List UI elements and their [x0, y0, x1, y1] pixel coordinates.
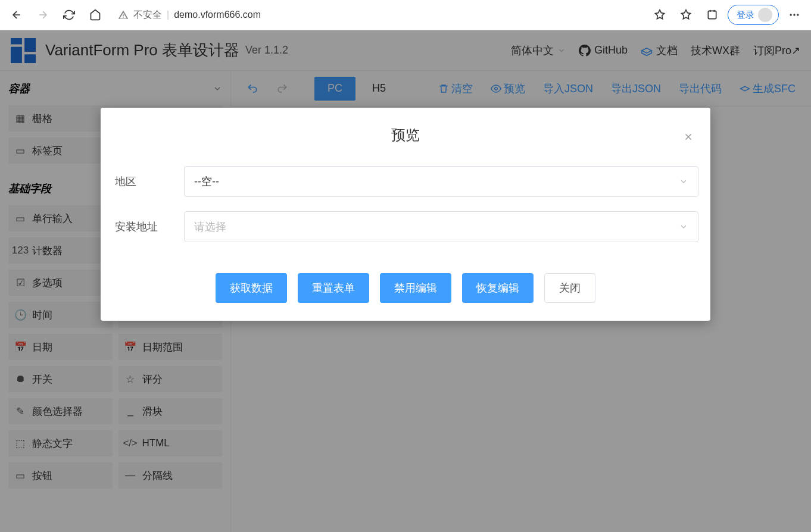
address-select[interactable]: 请选择	[184, 211, 698, 242]
collections-icon[interactable]	[701, 4, 723, 26]
region-select[interactable]: --空--	[184, 166, 698, 197]
app: VariantForm Pro 表单设计器 Ver 1.1.2 简体中文 Git…	[0, 30, 811, 532]
form-row-region: 地区 --空--	[101, 159, 710, 204]
avatar-icon	[758, 8, 772, 22]
modal-overlay: 预览 地区 --空-- 安装地址 请选择 获取数据 重置表	[0, 30, 811, 532]
url-text: demo.vform666.com	[174, 10, 261, 20]
form-row-address: 安装地址 请选择	[101, 204, 710, 249]
browser-toolbar: 不安全 | demo.vform666.com 登录	[0, 0, 811, 30]
close-icon	[683, 132, 694, 142]
restore-edit-button[interactable]: 恢复编辑	[462, 273, 534, 303]
preview-dialog: 预览 地区 --空-- 安装地址 请选择 获取数据 重置表	[101, 108, 710, 321]
favorites-icon[interactable]	[675, 4, 697, 26]
back-icon[interactable]	[6, 4, 27, 26]
svg-rect-0	[708, 11, 716, 18]
address-bar[interactable]: 不安全 | demo.vform666.com	[111, 5, 644, 25]
warning-icon	[118, 10, 129, 20]
dialog-actions: 获取数据 重置表单 禁用编辑 恢复编辑 关闭	[101, 249, 710, 303]
svg-point-1	[790, 14, 792, 15]
svg-point-2	[793, 14, 795, 15]
address-label: 安装地址	[113, 220, 178, 234]
fetch-data-button[interactable]: 获取数据	[216, 273, 287, 303]
login-button[interactable]: 登录	[728, 5, 779, 25]
chevron-down-icon	[679, 177, 688, 186]
close-button[interactable]: 关闭	[544, 273, 595, 303]
more-icon[interactable]	[784, 4, 805, 26]
disable-edit-button[interactable]: 禁用编辑	[380, 273, 451, 303]
region-label: 地区	[113, 174, 178, 189]
svg-point-3	[797, 14, 798, 15]
chevron-down-icon	[679, 222, 688, 231]
refresh-icon[interactable]	[58, 4, 80, 26]
add-favorite-icon[interactable]	[649, 4, 670, 26]
reset-form-button[interactable]: 重置表单	[298, 273, 369, 303]
forward-icon[interactable]	[32, 4, 54, 26]
dialog-title: 预览	[101, 120, 710, 159]
dialog-close-button[interactable]	[683, 132, 694, 142]
security-label: 不安全	[133, 9, 162, 21]
home-icon[interactable]	[85, 4, 106, 26]
